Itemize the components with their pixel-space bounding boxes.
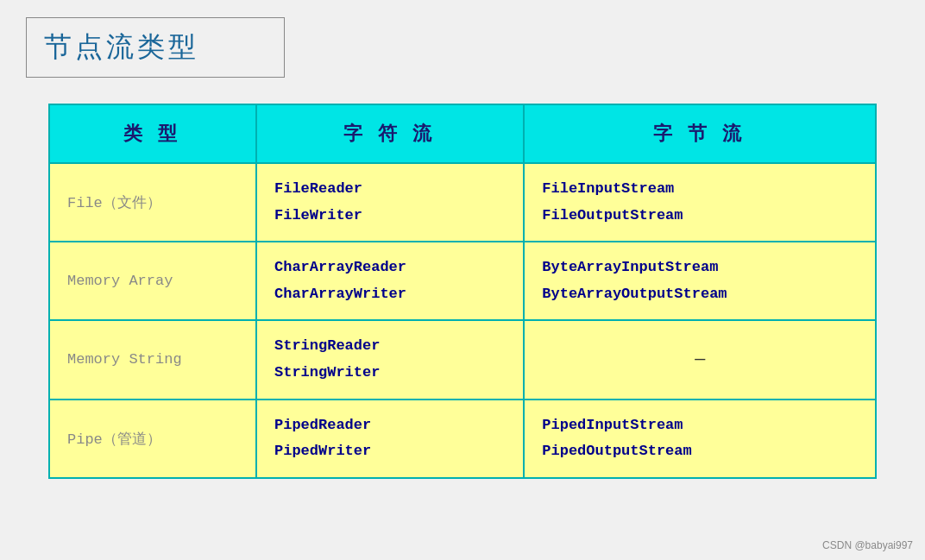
cell-type: Pipe（管道） — [49, 400, 256, 478]
header-type: 类 型 — [49, 104, 256, 163]
title-box: 节点流类型 — [26, 17, 285, 78]
cell-byte-stream: — — [524, 320, 876, 399]
cell-byte-stream: ByteArrayInputStreamByteArrayOutputStrea… — [524, 242, 876, 320]
cell-char-stream: FileReaderFileWriter — [256, 163, 524, 242]
cell-byte-stream: FileInputStreamFileOutputStream — [524, 163, 876, 242]
table-row: File（文件）FileReaderFileWriterFileInputStr… — [49, 163, 876, 242]
table-row: Memory StringStringReaderStringWriter— — [49, 320, 876, 399]
stream-type-table: 类 型 字 符 流 字 节 流 File（文件）FileReaderFileWr… — [48, 104, 877, 479]
cell-byte-stream: PipedInputStreamPipedOutputStream — [524, 400, 876, 478]
cell-char-stream: PipedReaderPipedWriter — [256, 400, 524, 478]
watermark: CSDN @babyai997 — [822, 539, 913, 551]
table-header-row: 类 型 字 符 流 字 节 流 — [49, 104, 876, 163]
slide-title: 节点流类型 — [44, 31, 199, 62]
cell-type: Memory Array — [49, 242, 256, 320]
table-row: Pipe（管道）PipedReaderPipedWriterPipedInput… — [49, 400, 876, 478]
header-char-stream: 字 符 流 — [256, 104, 524, 163]
cell-char-stream: CharArrayReaderCharArrayWriter — [256, 242, 524, 320]
cell-type: Memory String — [49, 320, 256, 399]
header-byte-stream: 字 节 流 — [524, 104, 876, 163]
cell-char-stream: StringReaderStringWriter — [256, 320, 524, 399]
table-container: 类 型 字 符 流 字 节 流 File（文件）FileReaderFileWr… — [48, 104, 877, 479]
table-row: Memory ArrayCharArrayReaderCharArrayWrit… — [49, 242, 876, 320]
cell-type: File（文件） — [49, 163, 256, 242]
slide: 节点流类型 类 型 字 符 流 字 节 流 File（文件）FileReader… — [0, 0, 925, 560]
